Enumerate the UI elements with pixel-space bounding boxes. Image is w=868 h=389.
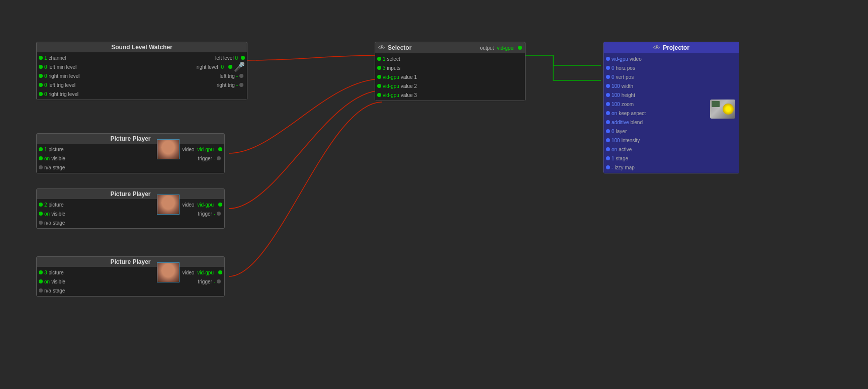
picture-player-2-node: Picture Player 2 picture video vid-gpu o… — [36, 188, 225, 229]
proj-video-label: video — [630, 56, 642, 62]
left-trig-port — [239, 74, 243, 78]
pic2-visible-dot — [39, 212, 43, 216]
pic1-picture-dot — [39, 147, 43, 151]
proj-stage-row: 1 stage — [604, 154, 739, 163]
channel-value: 1 — [44, 55, 47, 61]
proj-keepaspect-label: keep aspect — [619, 111, 646, 116]
selector-output-port — [518, 46, 522, 50]
pic2-title: Picture Player — [110, 190, 150, 198]
pic3-visible-value: on — [44, 279, 50, 284]
picture-player-3-node: Picture Player 3 picture video vid-gpu o… — [36, 256, 225, 297]
proj-blend-value: additive — [612, 120, 629, 125]
proj-intensity-label: intensity — [622, 138, 640, 143]
selector-value1-dot — [377, 75, 381, 79]
selector-select-dot — [377, 57, 381, 61]
selector-output-label: output — [480, 45, 496, 51]
pic2-stage-label: stage — [53, 220, 65, 226]
pic2-video-value: vid-gpu — [197, 202, 214, 208]
pic3-trigger-port — [217, 279, 221, 283]
port-dot-right-min — [39, 74, 43, 78]
selector-select-label: select — [387, 56, 400, 62]
selector-value2-row: vid-gpu value 2 — [375, 81, 525, 90]
pic1-video-port — [218, 147, 222, 151]
sound-node-title: Sound Level Watcher — [111, 44, 172, 51]
proj-intensity-dot — [606, 138, 610, 142]
pic1-stage-label: stage — [53, 165, 65, 170]
proj-horzpos-value: 0 — [612, 65, 615, 71]
right-level-label: right level — [197, 64, 220, 70]
pic2-visible-label: visible — [51, 211, 65, 217]
right-min-label: right min level — [49, 73, 80, 79]
proj-stage-dot — [606, 156, 610, 160]
pic1-trigger-value: - — [214, 156, 215, 161]
proj-active-label: active — [619, 147, 632, 152]
pic2-trigger-label: trigger — [198, 211, 214, 217]
proj-height-row: 100 height — [604, 90, 739, 100]
pic2-picture-row: 2 picture video vid-gpu — [37, 200, 224, 209]
right-level-port — [228, 65, 232, 69]
proj-video-row: vid-gpu video — [604, 54, 739, 63]
proj-izzymap-value: - — [612, 165, 613, 170]
proj-izzymap-label: izzy map — [615, 165, 634, 170]
pic3-video-value: vid-gpu — [197, 270, 214, 275]
proj-keepaspect-row: on keep aspect — [604, 109, 739, 118]
proj-video-value: vid-gpu — [612, 56, 628, 62]
pic2-stage-dot — [39, 221, 43, 225]
picture-player-1-node: Picture Player 1 picture video vid-gpu o… — [36, 133, 225, 173]
pic2-visible-value: on — [44, 211, 50, 217]
proj-vertpos-row: 0 vert pos — [604, 72, 739, 81]
pic1-visible-label: visible — [51, 156, 65, 161]
pic1-visible-value: on — [44, 156, 50, 161]
selector-value3-value: vid-gpu — [383, 92, 399, 98]
selector-inputs-row: 3 inputs — [375, 63, 525, 72]
right-trig-level-label: right trig level — [49, 91, 78, 97]
pic2-picture-value: 2 — [44, 202, 47, 208]
pic3-picture-value: 3 — [44, 270, 47, 275]
selector-value1-value: vid-gpu — [383, 74, 399, 80]
proj-vertpos-value: 0 — [612, 74, 615, 80]
projector-eye-icon: 👁 — [653, 44, 660, 52]
right-level-value: 0 — [221, 64, 224, 70]
proj-horzpos-label: horz pos — [616, 65, 635, 71]
pic1-picture-label: picture — [49, 147, 64, 152]
selector-value1-label: value 1 — [401, 74, 417, 80]
left-min-label: left min level — [49, 64, 77, 70]
proj-layer-row: 0 layer — [604, 127, 739, 136]
left-trig-label: left trig — [220, 73, 236, 79]
proj-vertpos-label: vert pos — [616, 74, 634, 80]
pic2-trigger-value: - — [214, 211, 215, 217]
proj-active-value: on — [612, 147, 617, 152]
right-trig-value: - — [236, 82, 238, 88]
selector-value2-label: value 2 — [401, 83, 417, 89]
pic3-stage-dot — [39, 288, 43, 293]
proj-vertpos-dot — [606, 75, 610, 79]
pic2-picture-label: picture — [49, 202, 64, 208]
selector-value1-row: vid-gpu value 1 — [375, 72, 525, 81]
proj-keepaspect-value: on — [612, 111, 617, 116]
proj-blend-label: blend — [630, 120, 642, 125]
proj-blend-row: additive blend — [604, 118, 739, 127]
pic3-visible-row: on visible trigger - — [37, 277, 224, 286]
pic2-stage-row: n/a stage — [37, 218, 224, 227]
pic3-picture-label: picture — [49, 270, 64, 275]
pic3-visible-dot — [39, 279, 43, 283]
left-trig-level-label: left trig level — [49, 82, 75, 88]
port-dot-channel — [39, 56, 43, 60]
right-trig-label: right trig — [217, 82, 236, 88]
selector-title: Selector — [388, 44, 411, 51]
pic2-stage-value: n/a — [44, 220, 51, 226]
port-dot-left-min — [39, 65, 43, 69]
proj-stage-value: 1 — [612, 156, 615, 161]
pic3-video-label: video — [183, 270, 196, 275]
selector-inputs-dot — [377, 66, 381, 70]
right-trig-level-value: 0 — [44, 91, 47, 97]
pic2-video-label: video — [183, 202, 196, 208]
pic2-visible-row: on visible trigger - — [37, 209, 224, 218]
selector-inputs-label: inputs — [387, 65, 401, 71]
left-min-value: 0 — [44, 64, 47, 70]
proj-width-row: 100 width — [604, 81, 739, 90]
proj-layer-label: layer — [616, 129, 627, 134]
proj-zoom-value: 100 — [612, 102, 620, 107]
pic3-stage-value: n/a — [44, 288, 51, 294]
pic1-stage-dot — [39, 165, 43, 169]
